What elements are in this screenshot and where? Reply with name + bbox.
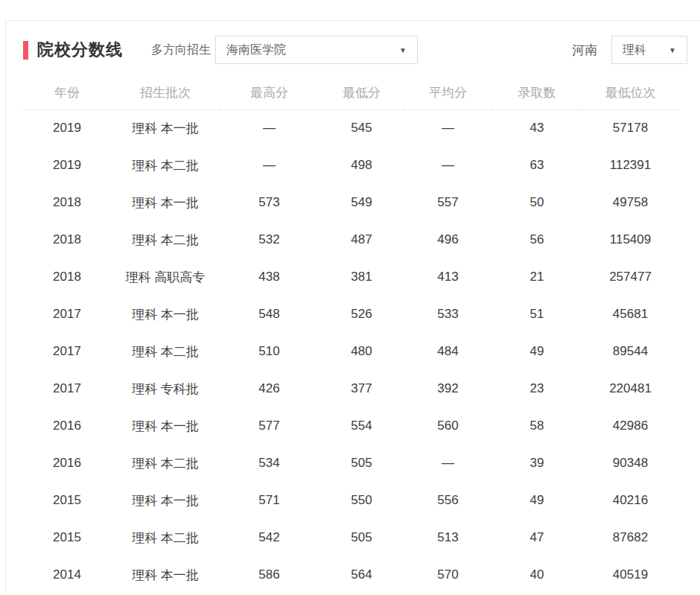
table-cell: 548 — [220, 296, 319, 333]
table-body: 2019理科 本一批—545—43571782019理科 本二批—498—631… — [23, 109, 678, 594]
table-cell: 57178 — [582, 109, 678, 147]
table-cell: 49 — [491, 482, 582, 519]
column-header: 录取数 — [491, 76, 582, 109]
table-cell: 513 — [404, 519, 491, 556]
table-row: 2015理科 本一批5715505564940216 — [23, 482, 678, 519]
table-cell: 505 — [319, 445, 404, 482]
score-table: 年份招生批次最高分最低分平均分录取数最低位次 2019理科 本一批—545—43… — [23, 76, 678, 594]
table-cell: — — [404, 147, 491, 184]
table-cell: 47 — [491, 519, 582, 556]
score-table-wrap: 年份招生批次最高分最低分平均分录取数最低位次 2019理科 本一批—545—43… — [23, 76, 700, 594]
subject-select[interactable]: 理科 ▼ — [611, 36, 687, 64]
table-cell: 87682 — [582, 519, 678, 556]
table-cell: 40519 — [582, 556, 678, 594]
table-cell: — — [220, 147, 319, 184]
table-cell: 505 — [319, 519, 404, 556]
table-cell: 2018 — [23, 184, 111, 221]
table-cell: 49758 — [582, 184, 678, 221]
table-cell: 43 — [491, 109, 582, 147]
column-header: 最低位次 — [582, 76, 678, 109]
column-header: 年份 — [23, 76, 111, 109]
table-cell: 381 — [319, 258, 404, 296]
table-cell: 115409 — [582, 221, 678, 258]
table-cell: 理科 本二批 — [111, 147, 220, 184]
column-header: 平均分 — [404, 76, 491, 109]
score-card: 院校分数线 多方向招生 海南医学院 ▼ 河南 理科 ▼ — [5, 20, 700, 595]
table-cell: 51 — [491, 296, 582, 333]
table-cell: 550 — [319, 482, 404, 519]
table-row: 2017理科 本一批5485265335145681 — [23, 296, 678, 333]
chevron-down-icon: ▼ — [669, 46, 676, 54]
table-cell: 50 — [491, 184, 582, 221]
table-cell: 2016 — [23, 445, 111, 482]
table-cell: 487 — [319, 221, 404, 258]
table-cell: 560 — [404, 407, 491, 445]
table-cell: 2018 — [23, 221, 111, 258]
table-cell: 理科 本二批 — [111, 519, 220, 556]
table-cell: 533 — [404, 296, 491, 333]
table-cell: 480 — [319, 333, 404, 370]
table-cell: 理科 本二批 — [111, 445, 220, 482]
table-cell: 498 — [319, 147, 404, 184]
table-cell: 112391 — [582, 147, 678, 184]
accent-bar — [23, 41, 28, 60]
table-cell: — — [404, 109, 491, 147]
table-cell: 2017 — [23, 370, 111, 407]
table-cell: 554 — [319, 407, 404, 445]
table-row: 2015理科 本二批5425055134787682 — [23, 519, 678, 556]
table-header-row: 年份招生批次最高分最低分平均分录取数最低位次 — [23, 76, 678, 109]
table-cell: 2017 — [23, 296, 111, 333]
table-cell: 89544 — [582, 333, 678, 370]
table-cell: 90348 — [582, 445, 678, 482]
table-cell: 2015 — [23, 519, 111, 556]
column-header: 招生批次 — [111, 76, 220, 109]
table-cell: 23 — [491, 370, 582, 407]
table-cell: 2014 — [23, 556, 111, 594]
table-cell: 21 — [491, 258, 582, 296]
table-cell: 570 — [404, 556, 491, 594]
table-cell: 413 — [404, 258, 491, 296]
table-cell: 2018 — [23, 258, 111, 296]
table-cell: 532 — [220, 221, 319, 258]
table-row: 2014理科 本一批5865645704040519 — [23, 556, 678, 594]
table-cell: 理科 本一批 — [111, 184, 220, 221]
table-cell: 2019 — [23, 147, 111, 184]
table-cell: 556 — [404, 482, 491, 519]
table-row: 2019理科 本一批—545—4357178 — [23, 109, 678, 147]
table-cell: 426 — [220, 370, 319, 407]
table-row: 2016理科 本二批534505—3990348 — [23, 445, 678, 482]
table-cell: 496 — [404, 221, 491, 258]
table-cell: 526 — [319, 296, 404, 333]
table-cell: 549 — [319, 184, 404, 221]
table-cell: 49 — [491, 333, 582, 370]
table-cell: 557 — [404, 184, 491, 221]
topbar: 院校分数线 多方向招生 海南医学院 ▼ 河南 理科 ▼ — [23, 36, 687, 64]
table-cell: 586 — [220, 556, 319, 594]
table-cell: 56 — [491, 221, 582, 258]
table-row: 2017理科 专科批42637739223220481 — [23, 370, 678, 407]
table-cell: 545 — [319, 109, 404, 147]
table-cell: 理科 本一批 — [111, 296, 220, 333]
table-cell: 理科 本二批 — [111, 333, 220, 370]
table-cell: 40 — [491, 556, 582, 594]
table-cell: 理科 高职高专 — [111, 258, 220, 296]
table-row: 2018理科 本二批53248749656115409 — [23, 221, 678, 258]
table-cell: 42986 — [582, 407, 678, 445]
school-select[interactable]: 海南医学院 ▼ — [215, 36, 418, 64]
table-row: 2018理科 高职高专43838141321257477 — [23, 258, 678, 296]
table-cell: 377 — [319, 370, 404, 407]
table-cell: 257477 — [582, 258, 678, 296]
table-cell: 58 — [491, 407, 582, 445]
table-cell: — — [220, 109, 319, 147]
chevron-down-icon: ▼ — [399, 46, 407, 54]
table-cell: 2017 — [23, 333, 111, 370]
table-cell: 理科 本一批 — [111, 556, 220, 594]
table-cell: 理科 本一批 — [111, 109, 220, 147]
table-cell: 510 — [220, 333, 319, 370]
table-cell: 理科 本一批 — [111, 482, 220, 519]
table-cell: 571 — [220, 482, 319, 519]
table-row: 2019理科 本二批—498—63112391 — [23, 147, 678, 184]
subject-select-value: 理科 — [623, 42, 646, 58]
table-cell: 理科 本一批 — [111, 407, 220, 445]
table-cell: 理科 本二批 — [111, 221, 220, 258]
